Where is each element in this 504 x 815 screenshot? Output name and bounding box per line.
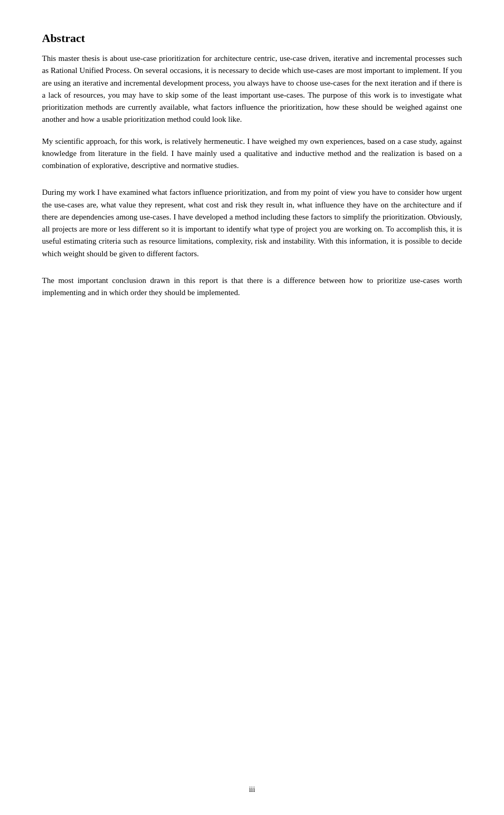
paragraph-intro: This master thesis is about use-case pri… [42, 53, 462, 126]
paragraph-examination: During my work I have examined what fact… [42, 186, 462, 260]
paragraph-scientific: My scientific approach, for this work, i… [42, 135, 462, 172]
abstract-body: This master thesis is about use-case pri… [42, 53, 462, 299]
page: Abstract This master thesis is about use… [0, 0, 504, 815]
page-number: iii [249, 786, 255, 794]
paragraph-intro-text: This master thesis is about use-case pri… [42, 54, 462, 123]
paragraph-scientific-text: My scientific approach, for this work, i… [42, 137, 462, 170]
paragraph-conclusion-text: The most important conclusion drawn in t… [42, 276, 462, 297]
paragraph-examination-text: During my work I have examined what fact… [42, 188, 462, 257]
abstract-title: Abstract [42, 32, 462, 45]
paragraph-conclusion: The most important conclusion drawn in t… [42, 275, 462, 299]
